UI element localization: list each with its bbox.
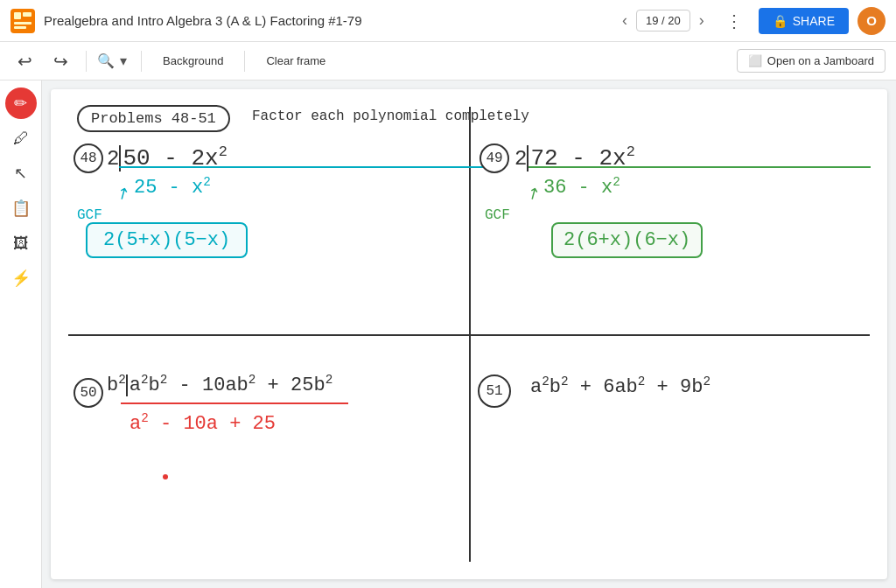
problem-50-label: 50 [74, 378, 103, 408]
problem-header-text: Problems 48-51 [91, 110, 216, 127]
user-avatar[interactable]: O [858, 7, 886, 35]
vertical-divider [469, 107, 471, 562]
svg-rect-0 [10, 9, 35, 33]
problem-49-label: 49 [480, 144, 509, 173]
note-tool-button[interactable]: 📋 [5, 192, 37, 224]
toolbar: ↩ ↪ 🔍 ▾ Background Clear frame ⬜ Open on… [0, 42, 896, 80]
image-tool-button[interactable]: 🖼 [5, 228, 37, 259]
share-button[interactable]: 🔒 SHARE [759, 8, 849, 34]
redo-button[interactable]: ↪ [46, 47, 75, 75]
problem-50-dot [163, 474, 168, 480]
problem-48-arrow: ↗ [113, 182, 134, 206]
prev-slide-button[interactable]: ‹ [617, 8, 633, 33]
problem-48-result: 2(5+x)(5−x) [86, 222, 248, 258]
open-jamboard-button[interactable]: ⬜ Open on a Jamboard [737, 49, 886, 73]
svg-rect-1 [14, 12, 21, 19]
problem-49-step1: 36 - x2 [543, 175, 620, 199]
problem-48-label: 48 [74, 144, 103, 173]
svg-rect-3 [14, 22, 32, 24]
background-button[interactable]: Background [152, 50, 234, 72]
problem-header-box: Problems 48-51 [77, 105, 230, 132]
svg-rect-4 [14, 26, 26, 29]
main-content: ✏ 🖊 ↖ 📋 🖼 ⚡ Problems 48-51 Factor each p… [0, 80, 896, 588]
marker-tool-button[interactable]: 🖊 [5, 122, 37, 154]
problem-49-arrow: ↗ [523, 182, 544, 206]
slide-counter[interactable]: 19 / 20 [636, 10, 690, 32]
problem-instruction: Factor each polynomial completely [252, 108, 529, 124]
toolbar-divider-3 [244, 51, 245, 72]
pen-tool-button[interactable]: ✏ [5, 88, 37, 119]
jamboard-icon: ⬜ [748, 54, 762, 67]
svg-rect-2 [23, 12, 32, 17]
app-logo [10, 9, 35, 33]
slide-navigation: ‹ 19 / 20 › [617, 8, 710, 33]
toolbar-divider-2 [141, 51, 142, 72]
problem-48-step1: 25 - x2 [134, 175, 211, 199]
tool-panel: ✏ 🖊 ↖ 📋 🖼 ⚡ [0, 80, 42, 588]
select-tool-button[interactable]: ↖ [5, 158, 37, 189]
canvas-content: Problems 48-51 Factor each polynomial co… [51, 89, 887, 579]
undo-button[interactable]: ↩ [10, 47, 39, 75]
problem-48-gcf: GCF [77, 207, 102, 223]
toolbar-divider [86, 51, 87, 72]
problem-50-step1: a2 - 10a + 25 [130, 411, 276, 435]
next-slide-button[interactable]: › [694, 8, 710, 33]
canvas-area[interactable]: Problems 48-51 Factor each polynomial co… [51, 89, 887, 579]
app-title: Prealgebra and Intro Algebra 3 (A & L) F… [44, 13, 608, 28]
problem-49-bar [528, 166, 871, 168]
clear-frame-button[interactable]: Clear frame [256, 50, 336, 72]
top-bar: Prealgebra and Intro Algebra 3 (A & L) F… [0, 0, 896, 42]
zoom-control: 🔍 ▾ [97, 51, 130, 71]
problem-50-bar [121, 402, 348, 404]
problem-51-label: 51 [478, 374, 511, 408]
problem-48-bar [119, 166, 486, 168]
lock-icon: 🔒 [773, 14, 788, 28]
problem-51-expression: a2b2 + 6ab2 + 9b2 [530, 374, 710, 398]
problem-50-expression: b2a2b2 - 10ab2 + 25b2 [107, 373, 332, 396]
laser-tool-button[interactable]: ⚡ [5, 262, 37, 294]
zoom-icon: 🔍 [97, 52, 115, 69]
more-options-button[interactable]: ⋮ [718, 7, 750, 35]
zoom-dropdown-button[interactable]: ▾ [116, 51, 130, 71]
problem-49-gcf: GCF [485, 207, 510, 223]
problem-49-result: 2(6+x)(6−x) [551, 222, 703, 258]
